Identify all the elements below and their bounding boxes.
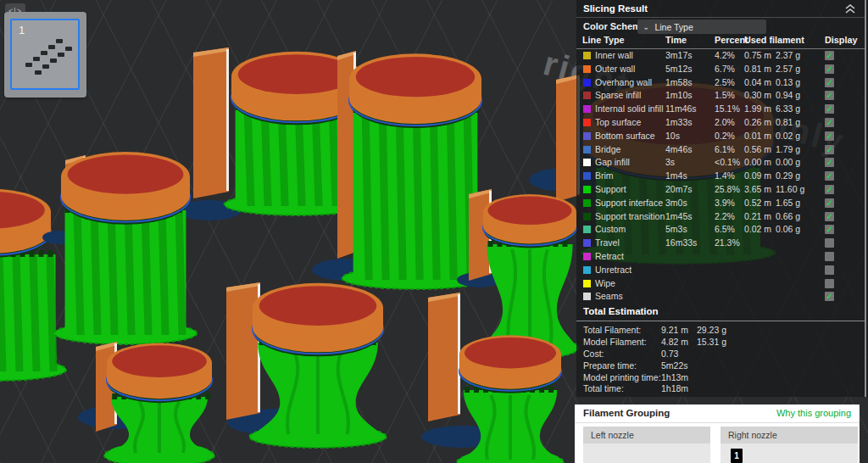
filament-grouping-panel: Filament Grouping Why this grouping Left… — [575, 404, 860, 463]
display-checkbox[interactable]: ✓ — [825, 198, 834, 208]
time-value: 5m3s — [665, 224, 687, 234]
color-swatch — [583, 159, 591, 166]
display-checkbox[interactable]: ✓ — [825, 158, 834, 167]
panel-title-bar: Slicing Result — [576, 0, 865, 18]
object-dot — [65, 47, 72, 51]
display-checkbox[interactable] — [825, 238, 834, 248]
estimation-label: Cost: — [583, 349, 604, 359]
percent-value: 2.0% — [715, 117, 735, 127]
display-checkbox[interactable]: ✓ — [825, 131, 834, 141]
filament-length: 3.65 m — [744, 184, 771, 194]
line-type-row: Bridge4m46s6.1%0.56 m1.79 g✓ — [576, 143, 865, 157]
line-type-label: Overhang wall — [595, 77, 652, 87]
display-checkbox[interactable]: ✓ — [825, 292, 834, 301]
line-type-label: Travel — [595, 237, 620, 248]
time-value: 3m0s — [665, 198, 687, 208]
object-dot — [58, 53, 64, 57]
line-type-label: Inner wall — [595, 50, 633, 60]
display-checkbox[interactable]: ✓ — [825, 78, 834, 87]
object-dot — [33, 57, 40, 61]
estimation-value-1: 9.21 m — [661, 325, 688, 335]
time-value: 1m4s — [665, 170, 687, 181]
line-type-row: Brim1m4s1.4%0.09 m0.29 g✓ — [576, 170, 865, 183]
percent-value: 3.9% — [715, 198, 735, 208]
filament-length: 0.02 m — [744, 224, 771, 234]
line-type-table: Inner wall3m17s4.2%0.75 m2.37 g✓Outer wa… — [576, 49, 865, 304]
estimation-value-1: 5m22s — [661, 360, 688, 371]
percent-value: 4.2% — [715, 50, 735, 60]
color-swatch — [583, 119, 591, 126]
time-value: 1m45s — [665, 211, 693, 221]
display-checkbox[interactable]: ✓ — [825, 91, 834, 100]
plate-list-card: 1 — [4, 12, 86, 98]
chevron-down-icon: ⌄ — [643, 23, 649, 31]
time-value: 16m33s — [665, 237, 697, 248]
total-estimation-row: Cost:0.73 — [576, 348, 865, 360]
filament-chip-1[interactable]: 1 — [731, 449, 743, 463]
display-checkbox[interactable]: ✓ — [825, 104, 834, 114]
color-swatch — [583, 280, 591, 287]
panel-title: Slicing Result — [583, 3, 648, 14]
line-type-label: Sparse infill — [595, 90, 641, 100]
filament-weight: 0.00 g — [776, 157, 800, 167]
time-value: 11m46s — [665, 103, 697, 114]
line-type-label: Bottom surface — [595, 131, 655, 141]
display-checkbox[interactable]: ✓ — [825, 225, 834, 234]
line-type-label: Unretract — [595, 265, 632, 275]
color-swatch — [583, 52, 591, 59]
filament-weight: 2.57 g — [776, 64, 800, 74]
filament-weight: 0.29 g — [776, 170, 800, 181]
display-checkbox[interactable]: ✓ — [825, 171, 834, 181]
filament-weight: 0.06 g — [776, 224, 800, 234]
left-nozzle-box[interactable]: Left nozzle — [583, 427, 710, 463]
display-checkbox[interactable]: ✓ — [825, 51, 834, 60]
line-type-label: Bridge — [595, 144, 620, 154]
filament-length: 0.30 m — [744, 90, 771, 100]
display-checkbox[interactable] — [825, 279, 834, 288]
percent-value: 6.5% — [715, 224, 735, 234]
total-estimation-row: Prepare time:5m22s — [576, 360, 865, 371]
display-checkbox[interactable] — [825, 265, 834, 275]
object-dot — [50, 59, 57, 63]
color-swatch — [583, 199, 591, 207]
grouping-title: Filament Grouping — [583, 408, 670, 418]
line-type-row: Gap infill3s<0.1%0.00 m0.00 g✓ — [576, 156, 865, 170]
object-dot — [56, 39, 63, 43]
line-type-row: Bottom surface10s0.2%0.01 m0.02 g✓ — [576, 130, 865, 143]
percent-value: 6.7% — [715, 64, 735, 74]
color-scheme-dropdown[interactable]: ⌄ Line Type — [637, 20, 766, 34]
filament-weight: 0.66 g — [776, 211, 800, 221]
total-estimation-title: Total Estimation — [583, 306, 659, 316]
line-type-label: Custom — [595, 224, 626, 234]
plate-thumbnail[interactable]: 1 — [10, 19, 80, 90]
percent-value: <0.1% — [715, 157, 740, 167]
time-value: 4m46s — [665, 144, 693, 154]
color-swatch — [583, 226, 591, 233]
col-line-type: Line Type — [582, 35, 625, 45]
color-swatch — [583, 105, 591, 113]
total-estimation-row: Model Filament:4.82 m15.31 g — [576, 336, 865, 348]
collapse-panel-button[interactable] — [844, 3, 856, 14]
why-this-grouping-link[interactable]: Why this grouping — [776, 408, 851, 418]
display-checkbox[interactable]: ✓ — [825, 212, 834, 221]
display-checkbox[interactable]: ✓ — [825, 64, 834, 74]
display-checkbox[interactable] — [825, 252, 834, 261]
line-type-label: Brim — [595, 170, 614, 181]
line-type-row: Support transition1m45s2.2%0.21 m0.66 g✓ — [576, 210, 865, 224]
panel-scrollbar[interactable] — [865, 0, 866, 397]
line-type-row: Seams✓ — [576, 290, 865, 304]
display-checkbox[interactable]: ✓ — [825, 145, 834, 154]
estimation-label: Prepare time: — [583, 360, 637, 371]
filament-length: 0.04 m — [744, 77, 771, 87]
line-type-label: Retract — [595, 251, 624, 261]
color-swatch — [583, 146, 591, 153]
filament-weight: 11.60 g — [776, 184, 804, 194]
line-type-label: Wipe — [595, 278, 615, 288]
color-swatch — [583, 132, 591, 140]
col-display: Display — [825, 35, 857, 45]
line-type-label: Outer wall — [595, 64, 635, 74]
display-checkbox[interactable]: ✓ — [825, 118, 834, 127]
right-nozzle-box[interactable]: Right nozzle 1 — [721, 427, 858, 463]
grouping-header: Filament Grouping Why this grouping — [575, 404, 860, 423]
display-checkbox[interactable]: ✓ — [825, 185, 834, 194]
